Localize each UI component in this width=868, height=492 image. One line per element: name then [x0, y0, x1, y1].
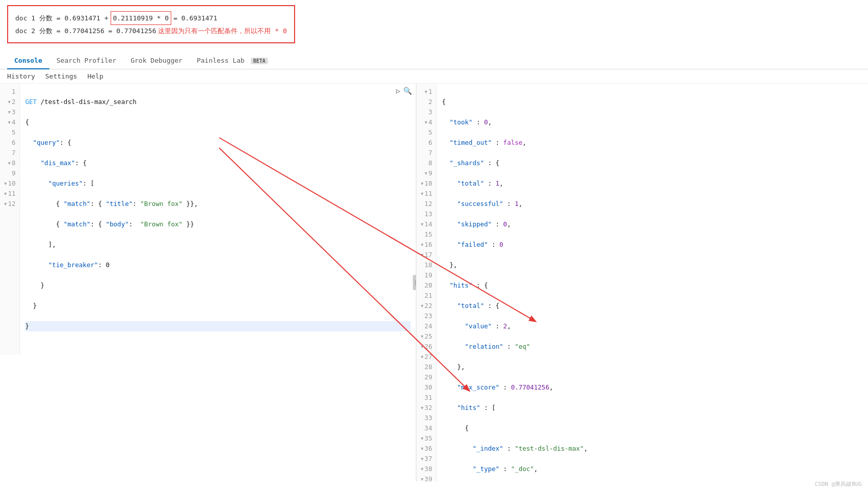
resp-line-18: "_index" : "test-dsl-dis-max",	[442, 444, 863, 454]
ln-7: 7	[4, 148, 15, 158]
rln-32: ▼32	[420, 403, 432, 413]
rln-27: ▼27	[420, 352, 432, 362]
response-code-area: ▼1 2 3 ▼4 5 6 7 8 ▼9 ▼10 ▼11 12 13 ▼14 1…	[416, 84, 868, 481]
editor-line-2: {	[25, 117, 411, 127]
rln-13: 13	[420, 209, 432, 219]
rln-4: ▼4	[420, 117, 432, 127]
rln-38: ▼38	[420, 464, 432, 474]
ln-6: 6	[4, 138, 15, 148]
tabs-bar: Console Search Profiler Grok Debugger Pa…	[0, 53, 868, 69]
editor-line-8: ],	[25, 240, 411, 250]
editor-line-7: { "match": { "body": "Brown fox" }}	[25, 219, 411, 229]
divider-handle[interactable]: ‖	[413, 275, 416, 290]
resp-line-13: "relation" : "eq"	[442, 342, 863, 352]
rln-15: 15	[420, 229, 432, 240]
rln-33: 33	[420, 413, 432, 423]
resp-line-12: "value" : 2,	[442, 321, 863, 331]
rln-29: 29	[420, 372, 432, 382]
editor-line-12: }	[25, 321, 411, 331]
resp-line-8: "failed" : 0	[442, 240, 863, 250]
annotation-line1-suffix: = 0.6931471	[173, 12, 217, 24]
resp-line-9: },	[442, 260, 863, 270]
rln-26: ▼26	[420, 342, 432, 352]
ln-3: ▼3	[4, 107, 15, 117]
editor-toolbar: ▷ 🔍	[396, 87, 412, 95]
resp-line-1: {	[442, 97, 863, 107]
left-panel: ▷ 🔍 1 ▼2 ▼3 ▼4 5 6 7 ▼8 9 ▼10 ▼11 ▼12 GE…	[0, 84, 416, 481]
annotation-line2-text: doc 2 分数 = 0.77041256 = 0.77041256	[15, 25, 156, 37]
tab-console[interactable]: Console	[7, 53, 49, 69]
menu-settings[interactable]: Settings	[45, 72, 77, 80]
resp-line-2: "took" : 0,	[442, 117, 863, 127]
ln-9: 9	[4, 168, 15, 178]
ln-12: ▼12	[4, 199, 15, 209]
resp-line-4: "_shards" : {	[442, 158, 863, 168]
rln-2: 2	[420, 97, 432, 107]
response-code-content: { "took" : 0, "timed_out" : false, "_sha…	[437, 84, 868, 481]
annotation-line2-red: 这里因为只有一个匹配条件，所以不用 * 0	[158, 25, 286, 37]
resp-line-6: "successful" : 1,	[442, 199, 863, 209]
rln-6: 6	[420, 138, 432, 148]
rln-3: 3	[420, 107, 432, 117]
beta-badge: BETA	[251, 58, 268, 64]
ln-1: 1	[4, 87, 15, 97]
ln-11: ▼11	[4, 189, 15, 199]
rln-21: 21	[420, 291, 432, 301]
rln-18: 18	[420, 260, 432, 270]
editor-line-6: { "match": { "title": "Brown fox" }},	[25, 199, 411, 209]
rln-30: 30	[420, 382, 432, 393]
tab-grok-debugger[interactable]: Grok Debugger	[123, 53, 190, 69]
editor-line-5: "queries": [	[25, 178, 411, 189]
resp-line-16: "hits" : [	[442, 403, 863, 413]
annotation-line2: doc 2 分数 = 0.77041256 = 0.77041256 这里因为只…	[15, 25, 287, 37]
rln-28: 28	[420, 362, 432, 372]
rln-22: ▼22	[420, 301, 432, 311]
resp-line-15: "max_score" : 0.77041256,	[442, 382, 863, 393]
tab-search-profiler[interactable]: Search Profiler	[49, 53, 123, 69]
resp-line-5: "total" : 1,	[442, 178, 863, 189]
annotation-line1: doc 1 分数 = 0.6931471 + 0.21110919 * 0 = …	[15, 11, 287, 25]
resp-line-11: "total" : {	[442, 301, 863, 311]
annotation-highlight: 0.21110919 * 0	[111, 11, 172, 25]
rln-10: ▼10	[420, 178, 432, 189]
rln-36: ▼36	[420, 444, 432, 454]
rln-39: ▼39	[420, 474, 432, 481]
editor-code-area: 1 ▼2 ▼3 ▼4 5 6 7 ▼8 9 ▼10 ▼11 ▼12 GET /t…	[0, 84, 416, 355]
rln-31: 31	[420, 393, 432, 403]
response-line-numbers: ▼1 2 3 ▼4 5 6 7 8 ▼9 ▼10 ▼11 12 13 ▼14 1…	[416, 84, 436, 481]
rln-17: ▼17	[420, 250, 432, 260]
right-panel: ▼1 2 3 ▼4 5 6 7 8 ▼9 ▼10 ▼11 12 13 ▼14 1…	[416, 84, 868, 481]
settings-icon[interactable]: 🔍	[403, 87, 412, 95]
watermark: CSDN @乘风破BUG	[814, 480, 862, 481]
tab-painless-lab[interactable]: Painless Lab BETA	[190, 53, 275, 69]
rln-23: 23	[420, 311, 432, 321]
rln-24: 24	[420, 321, 432, 331]
resp-line-19: "_type" : "_doc",	[442, 464, 863, 474]
run-icon[interactable]: ▷	[396, 87, 400, 95]
rln-35: ▼35	[420, 433, 432, 444]
rln-37: ▼37	[420, 454, 432, 464]
ln-2: ▼2	[4, 97, 15, 107]
annotation-line1-prefix: doc 1 分数 = 0.6931471 +	[15, 12, 109, 24]
rln-1: ▼1	[420, 87, 432, 97]
menu-help[interactable]: Help	[87, 72, 103, 80]
resp-line-7: "skipped" : 0,	[442, 219, 863, 229]
menu-bar: History Settings Help	[0, 69, 868, 84]
editor-line-1: GET /test-dsl-dis-max/_search	[25, 97, 411, 107]
resp-line-3: "timed_out" : false,	[442, 138, 863, 148]
resp-line-17: {	[442, 423, 863, 433]
editor-line-3: "query": {	[25, 138, 411, 148]
rln-7: 7	[420, 148, 432, 158]
ln-8: ▼8	[4, 158, 15, 168]
rln-14: ▼14	[420, 219, 432, 229]
rln-19: 19	[420, 270, 432, 280]
ln-10: ▼10	[4, 178, 15, 189]
ln-4: ▼4	[4, 117, 15, 127]
rln-16: ▼16	[420, 240, 432, 250]
annotation-box: doc 1 分数 = 0.6931471 + 0.21110919 * 0 = …	[7, 5, 295, 43]
editor-code-content[interactable]: GET /test-dsl-dis-max/_search { "query":…	[20, 84, 416, 355]
menu-history[interactable]: History	[7, 72, 35, 80]
panels-wrapper: ▷ 🔍 1 ▼2 ▼3 ▼4 5 6 7 ▼8 9 ▼10 ▼11 ▼12 GE…	[0, 84, 868, 481]
ln-5: 5	[4, 127, 15, 138]
resp-line-10: "hits" : {	[442, 280, 863, 291]
